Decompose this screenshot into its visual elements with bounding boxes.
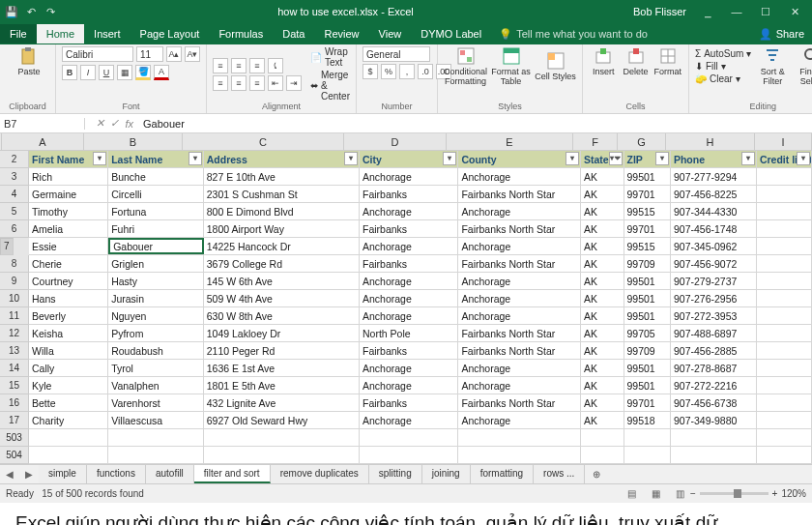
cell[interactable]: Amelia bbox=[29, 220, 108, 237]
redo-icon[interactable]: ↷ bbox=[43, 4, 58, 19]
ribbon-options-icon[interactable]: ⎯ bbox=[694, 6, 721, 18]
tab-formulas[interactable]: Formulas bbox=[209, 24, 273, 44]
align-middle-icon[interactable]: ≡ bbox=[231, 58, 246, 73]
cancel-icon[interactable]: ✕ bbox=[96, 117, 104, 130]
cell[interactable]: Keisha bbox=[29, 325, 108, 341]
sheet-tab[interactable]: autofill bbox=[146, 465, 194, 483]
cell-styles-button[interactable]: Cell Styles bbox=[535, 51, 576, 82]
cell[interactable]: AK bbox=[581, 394, 624, 411]
row-number[interactable]: 15 bbox=[0, 377, 29, 394]
cell[interactable]: ZIP▾ bbox=[624, 151, 671, 167]
cell[interactable]: Anchorage bbox=[360, 203, 458, 219]
filter-dropdown-icon[interactable]: ▾ bbox=[655, 152, 669, 165]
cell[interactable]: 907-456-9072 bbox=[671, 255, 757, 272]
cell[interactable]: North Pole bbox=[360, 325, 458, 341]
sheet-nav-prev-icon[interactable]: ◀ bbox=[0, 469, 19, 480]
zoom-level[interactable]: 120% bbox=[781, 488, 806, 499]
cell[interactable] bbox=[360, 429, 458, 446]
cell[interactable]: Fairbanks bbox=[360, 186, 458, 202]
cell[interactable]: 432 Lignite Ave bbox=[204, 394, 360, 411]
sheet-nav-next-icon[interactable]: ▶ bbox=[19, 469, 39, 480]
row-number[interactable]: 9 bbox=[0, 273, 29, 290]
cell[interactable] bbox=[581, 447, 624, 463]
indent-dec-icon[interactable]: ⇤ bbox=[268, 75, 283, 91]
cell[interactable]: Fairbanks North Star bbox=[458, 186, 581, 202]
column-header[interactable]: D bbox=[344, 133, 447, 150]
cell[interactable] bbox=[108, 429, 204, 446]
tell-me[interactable]: 💡 Tell me what you want to do bbox=[499, 28, 648, 41]
sheet-tab[interactable]: splitting bbox=[369, 465, 422, 483]
cell[interactable]: 907-279-2737 bbox=[671, 273, 757, 289]
decrease-font-icon[interactable]: A▾ bbox=[185, 46, 200, 62]
cell[interactable] bbox=[204, 447, 360, 463]
cell[interactable]: Last Name▾ bbox=[108, 151, 204, 167]
cell[interactable]: Beverly bbox=[29, 307, 108, 324]
cell[interactable]: 907-456-6738 bbox=[671, 394, 757, 411]
cell[interactable]: AK bbox=[581, 255, 624, 272]
row-number[interactable]: 8 bbox=[0, 255, 29, 273]
column-header[interactable]: E bbox=[447, 133, 573, 150]
cell[interactable]: Anchorage bbox=[360, 377, 458, 394]
close-icon[interactable]: ✕ bbox=[781, 6, 808, 18]
cell[interactable] bbox=[757, 394, 812, 411]
cell[interactable]: Anchorage bbox=[360, 290, 458, 306]
cell[interactable]: 1801 E 5th Ave bbox=[204, 377, 360, 394]
cell[interactable] bbox=[757, 255, 812, 272]
cell[interactable] bbox=[757, 290, 812, 306]
column-header[interactable]: A bbox=[2, 133, 84, 150]
cell[interactable]: Charity bbox=[29, 412, 108, 428]
indent-inc-icon[interactable]: ⇥ bbox=[286, 75, 302, 91]
cell[interactable]: Cherie bbox=[29, 255, 108, 272]
cell[interactable]: Courtney bbox=[29, 273, 108, 289]
tab-data[interactable]: Data bbox=[273, 24, 314, 44]
cell[interactable]: Circelli bbox=[108, 186, 204, 202]
cell[interactable]: 1049 Lakloey Dr bbox=[204, 325, 360, 341]
cell[interactable]: 1636 E 1st Ave bbox=[204, 360, 360, 376]
cell[interactable] bbox=[458, 447, 581, 463]
cell[interactable]: Fairbanks North Star bbox=[458, 325, 581, 341]
cell[interactable]: 99501 bbox=[624, 273, 671, 289]
cell[interactable]: AK bbox=[581, 168, 624, 185]
number-format-select[interactable]: General bbox=[362, 46, 430, 62]
row-number[interactable]: 12 bbox=[0, 325, 29, 342]
cell[interactable]: 800 E Dimond Blvd bbox=[204, 203, 360, 219]
cell[interactable]: Germaine bbox=[29, 186, 108, 202]
cell[interactable]: Fuhri bbox=[108, 220, 204, 237]
cell[interactable] bbox=[757, 342, 812, 359]
font-size-select[interactable]: 11 bbox=[136, 46, 163, 62]
delete-cells-button[interactable]: Delete bbox=[621, 46, 650, 77]
cell[interactable]: Fairbanks bbox=[360, 342, 458, 359]
cell[interactable]: AK bbox=[581, 290, 624, 306]
cell[interactable] bbox=[624, 447, 671, 463]
cell[interactable]: 99701 bbox=[624, 186, 671, 202]
increase-font-icon[interactable]: A▴ bbox=[166, 46, 182, 62]
cell[interactable]: 99709 bbox=[624, 255, 671, 272]
cell[interactable]: AK bbox=[581, 342, 624, 359]
comma-icon[interactable]: , bbox=[399, 64, 415, 79]
cell[interactable]: 99501 bbox=[624, 307, 671, 324]
row-number[interactable]: 10 bbox=[0, 290, 29, 307]
cell[interactable]: Fortuna bbox=[108, 203, 204, 219]
cell[interactable] bbox=[29, 429, 108, 446]
row-number[interactable]: 14 bbox=[0, 360, 29, 377]
cell[interactable]: 99515 bbox=[624, 238, 671, 254]
cell[interactable] bbox=[757, 360, 812, 376]
user-name[interactable]: Bob Flisser bbox=[633, 6, 686, 17]
cell[interactable] bbox=[757, 203, 812, 219]
formula-value[interactable]: Gabouer bbox=[137, 118, 190, 130]
orientation-icon[interactable]: ⤹ bbox=[268, 58, 283, 73]
cell[interactable]: 907-272-3953 bbox=[671, 307, 757, 324]
cell[interactable]: AK bbox=[581, 325, 624, 341]
cell[interactable]: Anchorage bbox=[458, 360, 581, 376]
cell[interactable]: Rich bbox=[29, 168, 108, 185]
cell[interactable]: Phone▾ bbox=[671, 151, 757, 167]
filter-dropdown-icon[interactable]: ▾ bbox=[443, 152, 456, 165]
row-number[interactable]: 3 bbox=[0, 168, 29, 186]
column-header[interactable]: F bbox=[573, 133, 618, 150]
cell[interactable] bbox=[624, 429, 671, 446]
cell[interactable]: 99701 bbox=[624, 394, 671, 411]
cell[interactable]: Anchorage bbox=[360, 412, 458, 428]
cell[interactable]: Nguyen bbox=[108, 307, 204, 324]
cell[interactable]: 907-456-2885 bbox=[671, 342, 757, 359]
find-select-button[interactable]: Find & Select bbox=[794, 46, 812, 87]
